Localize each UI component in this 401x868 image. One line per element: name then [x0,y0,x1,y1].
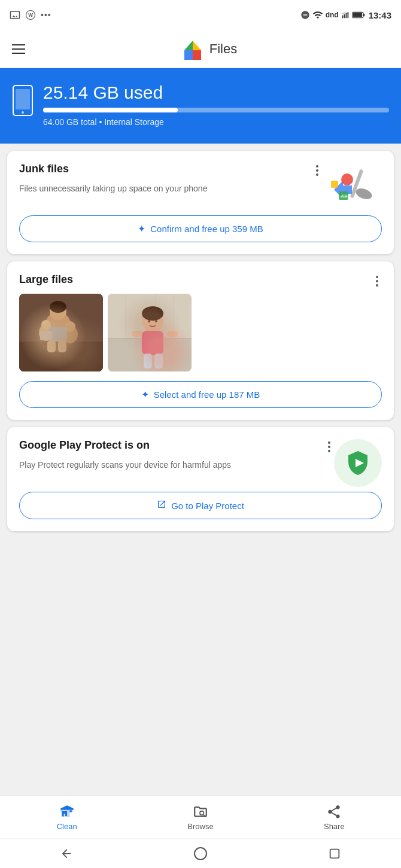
storage-used-text: 25.14 GB used [43,83,389,103]
svg-rect-21 [339,191,348,200]
status-indicators: dnd 13:43 [300,10,391,20]
junk-illustration [322,163,382,211]
protect-more-button[interactable] [324,439,334,455]
share-nav-label: Share [324,822,345,831]
svg-rect-35 [108,294,192,371]
shield-icon [346,450,370,476]
svg-rect-15 [16,89,30,109]
svg-point-53 [195,848,206,860]
svg-point-32 [50,301,66,313]
browse-nav-label: Browse [187,822,213,831]
storage-detail-text: 64.00 GB total • Internal Storage [43,117,389,127]
whatsapp-notification-icon: W [25,10,36,20]
large-files-more-button[interactable] [372,273,382,289]
phone-icon [12,85,34,121]
sparkle-icon: ✦ [138,223,145,234]
large-files-thumbnails [19,294,382,371]
large-file-thumb-2[interactable] [108,294,192,371]
svg-rect-43 [142,331,163,355]
app-bar: Files [0,30,401,68]
svg-point-16 [22,111,24,114]
svg-point-42 [142,306,163,321]
app-icon [182,38,203,60]
svg-rect-2 [342,16,343,19]
app-title-area: Files [182,38,237,60]
svg-marker-12 [184,50,193,60]
network-type-indicator: dnd [326,11,339,19]
svg-rect-3 [344,14,345,18]
photo-notification-icon [10,10,20,20]
svg-point-19 [341,173,353,185]
nav-share[interactable]: Share [268,804,401,831]
share-nav-icon [326,804,342,820]
junk-card-inner: Junk files Files unnecessarily taking up… [19,163,382,211]
play-protect-icon-area [334,439,382,487]
svg-point-18 [354,187,373,202]
dnd-icon [300,10,310,20]
battery-icon [352,10,365,20]
svg-rect-36 [108,339,192,371]
signal-icon [341,10,350,20]
svg-point-51 [200,811,204,815]
protect-card-header: Google Play Protect is on [19,439,334,455]
svg-rect-34 [58,340,66,352]
more-notifications-icon: ••• [41,10,51,20]
large-files-select-button[interactable]: ✦ Select and free up 187 MB [19,381,382,408]
svg-rect-7 [363,14,364,17]
large-files-card: Large files [7,261,394,420]
status-notifications: W ••• [10,10,51,20]
junk-more-button[interactable] [312,163,322,178]
menu-button[interactable] [10,42,28,56]
protect-card-inner: Google Play Protect is on Play Protect r… [19,439,382,487]
svg-rect-33 [47,340,56,352]
junk-action-label: Confirm and free up 359 MB [150,224,263,234]
large-files-action-label: Select and free up 187 MB [154,389,260,400]
svg-rect-5 [347,12,348,18]
svg-point-48 [148,320,150,322]
nav-browse[interactable]: Browse [133,804,267,831]
storage-info: 25.14 GB used 64.00 GB total • Internal … [43,83,389,127]
storage-banner: 25.14 GB used 64.00 GB total • Internal … [0,68,401,144]
nav-clean[interactable]: Clean [0,804,133,831]
svg-point-28 [62,325,78,343]
svg-rect-54 [330,849,339,858]
back-button[interactable] [60,847,73,860]
svg-rect-30 [49,327,67,342]
status-bar: W ••• dnd 13:43 [0,0,401,30]
protect-title: Google Play Protect is on [19,439,150,452]
svg-rect-31 [40,331,52,340]
svg-point-26 [39,324,53,341]
wifi-icon [312,10,323,20]
browse-nav-icon [193,804,208,820]
large-file-thumb-1[interactable] [19,294,103,371]
bottom-navigation: Clean Browse Share [0,795,401,838]
home-button[interactable] [193,846,208,861]
protect-action-label: Go to Play Protect [171,501,244,511]
junk-subtitle: Files unnecessarily taking up space on y… [19,183,322,195]
svg-rect-20 [331,181,338,188]
svg-point-41 [142,309,163,333]
junk-confirm-button[interactable]: ✦ Confirm and free up 359 MB [19,215,382,242]
svg-rect-44 [132,331,142,337]
junk-files-card: Junk files Files unnecessarily taking up… [7,151,394,254]
protect-text-area: Google Play Protect is on Play Protect r… [19,439,334,481]
clean-nav-label: Clean [57,822,77,831]
junk-card-header: Junk files [19,163,322,178]
svg-rect-47 [154,354,163,368]
svg-point-27 [41,320,51,330]
protect-subtitle: Play Protect regularly scans your device… [19,459,334,471]
svg-point-29 [65,321,75,332]
recents-button[interactable] [328,847,341,860]
sparkle-icon-2: ✦ [141,389,149,400]
svg-point-49 [155,320,157,322]
svg-rect-8 [353,13,362,17]
svg-rect-46 [144,354,152,368]
large-files-header: Large files [19,273,382,289]
large-files-title: Large files [19,273,73,286]
play-protect-card: Google Play Protect is on Play Protect r… [7,427,394,531]
go-to-play-protect-button[interactable]: Go to Play Protect [19,492,382,519]
svg-marker-13 [193,50,201,60]
storage-bar-fill [43,108,178,112]
svg-text:W: W [28,13,33,18]
app-name: Files [209,41,237,57]
